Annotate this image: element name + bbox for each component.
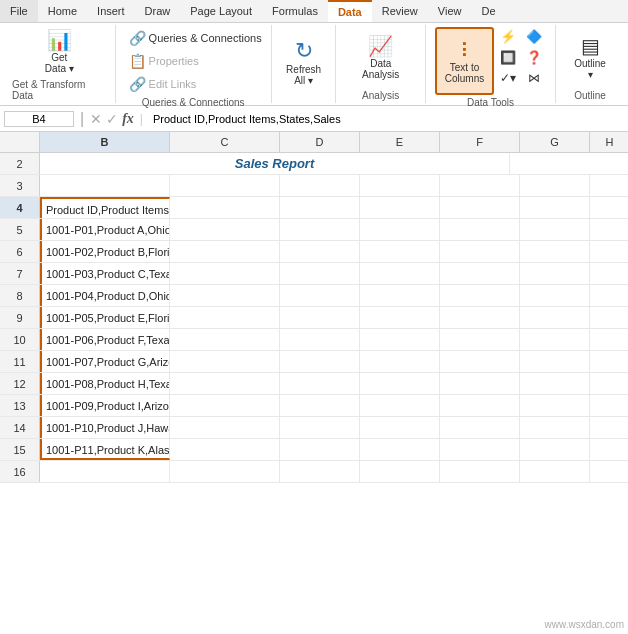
- cell-f8[interactable]: [440, 285, 520, 306]
- cell-d10[interactable]: [280, 329, 360, 350]
- cell-g12[interactable]: [520, 373, 590, 394]
- cell-d9[interactable]: [280, 307, 360, 328]
- cell-b7[interactable]: 1001-P03,Product C,Texas," $5,175 ": [40, 263, 170, 284]
- cell-g3[interactable]: [520, 175, 590, 196]
- cell-g8[interactable]: [520, 285, 590, 306]
- tab-page-layout[interactable]: Page Layout: [180, 0, 262, 22]
- cell-c6[interactable]: [170, 241, 280, 262]
- cell-b16[interactable]: [40, 461, 170, 482]
- col-header-b[interactable]: B: [40, 132, 170, 152]
- cell-c8[interactable]: [170, 285, 280, 306]
- cell-g7[interactable]: [520, 263, 590, 284]
- cell-d5[interactable]: [280, 219, 360, 240]
- cell-e15[interactable]: [360, 439, 440, 460]
- tab-home[interactable]: Home: [38, 0, 87, 22]
- cell-b11[interactable]: 1001-P07,Product G,Arizona," $3,410 ": [40, 351, 170, 372]
- cell-f3[interactable]: [440, 175, 520, 196]
- cell-c10[interactable]: [170, 329, 280, 350]
- data-validation-button[interactable]: ✓▾: [496, 69, 520, 87]
- cell-d7[interactable]: [280, 263, 360, 284]
- cell-d4[interactable]: [280, 197, 360, 218]
- tab-de[interactable]: De: [471, 0, 505, 22]
- cell-c13[interactable]: [170, 395, 280, 416]
- cell-b15[interactable]: 1001-P11,Product K,Alaska," $6,000 ": [40, 439, 170, 460]
- cell-e5[interactable]: [360, 219, 440, 240]
- cell-g15[interactable]: [520, 439, 590, 460]
- cell-c9[interactable]: [170, 307, 280, 328]
- cell-c11[interactable]: [170, 351, 280, 372]
- cell-g6[interactable]: [520, 241, 590, 262]
- cell-f11[interactable]: [440, 351, 520, 372]
- formula-input[interactable]: [149, 112, 624, 126]
- get-data-button[interactable]: 📊 GetData ▾: [38, 27, 81, 77]
- relationships-button[interactable]: ⋈: [522, 69, 546, 87]
- cell-g5[interactable]: [520, 219, 590, 240]
- cell-b2[interactable]: Sales Report: [40, 153, 510, 174]
- cell-f5[interactable]: [440, 219, 520, 240]
- cell-g13[interactable]: [520, 395, 590, 416]
- col-header-h[interactable]: H: [590, 132, 628, 152]
- remove-duplicates-button[interactable]: 🔲: [496, 48, 520, 67]
- cell-c4[interactable]: [170, 197, 280, 218]
- cell-e6[interactable]: [360, 241, 440, 262]
- cell-c5[interactable]: [170, 219, 280, 240]
- refresh-button[interactable]: ↻ RefreshAll ▾: [279, 37, 328, 89]
- tab-draw[interactable]: Draw: [135, 0, 181, 22]
- cell-b14[interactable]: 1001-P10,Product J,Hawaii," $5,000 ": [40, 417, 170, 438]
- text-to-columns-button[interactable]: ⫶ Text toColumns: [435, 27, 494, 95]
- cell-b12[interactable]: 1001-P08,Product H,Texas," $4,800 ": [40, 373, 170, 394]
- cell-e7[interactable]: [360, 263, 440, 284]
- cell-c15[interactable]: [170, 439, 280, 460]
- cell-b10[interactable]: 1001-P06,Product F,Texas," $1,822 ": [40, 329, 170, 350]
- cell-f16[interactable]: [440, 461, 520, 482]
- cancel-formula-icon[interactable]: ✕: [90, 111, 102, 127]
- cell-c14[interactable]: [170, 417, 280, 438]
- cell-e11[interactable]: [360, 351, 440, 372]
- cell-d14[interactable]: [280, 417, 360, 438]
- cell-d8[interactable]: [280, 285, 360, 306]
- what-if-button[interactable]: ❓: [522, 48, 546, 67]
- cell-f6[interactable]: [440, 241, 520, 262]
- cell-g10[interactable]: [520, 329, 590, 350]
- cell-c12[interactable]: [170, 373, 280, 394]
- cell-f4[interactable]: [440, 197, 520, 218]
- cell-f9[interactable]: [440, 307, 520, 328]
- confirm-formula-icon[interactable]: ✓: [106, 111, 118, 127]
- flash-fill-button[interactable]: ⚡: [496, 27, 520, 46]
- cell-g16[interactable]: [520, 461, 590, 482]
- edit-links-button[interactable]: 🔗 Edit Links: [124, 73, 263, 95]
- insert-function-icon[interactable]: fx: [122, 111, 134, 127]
- cell-b8[interactable]: 1001-P04,Product D,Ohio," $2,833 ": [40, 285, 170, 306]
- col-header-e[interactable]: E: [360, 132, 440, 152]
- cell-c16[interactable]: [170, 461, 280, 482]
- col-header-d[interactable]: D: [280, 132, 360, 152]
- cell-f13[interactable]: [440, 395, 520, 416]
- cell-b6[interactable]: 1001-P02,Product B,Florida," $3,709 ": [40, 241, 170, 262]
- cell-c7[interactable]: [170, 263, 280, 284]
- cell-f7[interactable]: [440, 263, 520, 284]
- tab-view[interactable]: View: [428, 0, 472, 22]
- cell-b4[interactable]: Product ID,Product Items,States,Sales: [40, 197, 170, 218]
- cell-e8[interactable]: [360, 285, 440, 306]
- cell-e14[interactable]: [360, 417, 440, 438]
- cell-c3[interactable]: [170, 175, 280, 196]
- cell-e12[interactable]: [360, 373, 440, 394]
- properties-button[interactable]: 📋 Properties: [124, 50, 263, 72]
- cell-g9[interactable]: [520, 307, 590, 328]
- cell-d3[interactable]: [280, 175, 360, 196]
- tab-formulas[interactable]: Formulas: [262, 0, 328, 22]
- cell-f10[interactable]: [440, 329, 520, 350]
- cell-f15[interactable]: [440, 439, 520, 460]
- cell-b3[interactable]: [40, 175, 170, 196]
- outline-button[interactable]: ▤ Outline ▾: [564, 33, 616, 83]
- consolidate-button[interactable]: 🔷: [522, 27, 546, 46]
- cell-d15[interactable]: [280, 439, 360, 460]
- cell-d12[interactable]: [280, 373, 360, 394]
- cell-b9[interactable]: 1001-P05,Product E,Florida," $2,863 ": [40, 307, 170, 328]
- data-analysis-button[interactable]: 📈 Data Analysis: [344, 33, 417, 83]
- tab-review[interactable]: Review: [372, 0, 428, 22]
- name-box[interactable]: [4, 111, 74, 127]
- queries-connections-button[interactable]: 🔗 Queries & Connections: [124, 27, 263, 49]
- cell-g14[interactable]: [520, 417, 590, 438]
- cell-e9[interactable]: [360, 307, 440, 328]
